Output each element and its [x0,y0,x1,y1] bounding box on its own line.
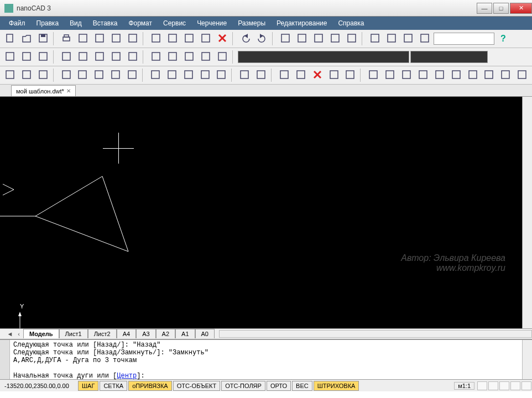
layout-tab-Модель[interactable]: Модель [23,329,59,338]
open-button[interactable] [19,31,34,46]
vertical-scrollbar[interactable] [522,97,532,328]
region-button[interactable] [213,67,229,83]
check-button[interactable] [198,49,213,65]
layout-tab-А2[interactable]: А2 [156,329,175,338]
command-scrollbar[interactable] [522,340,532,379]
div4-button[interactable] [514,67,530,83]
paste-button[interactable] [181,31,197,46]
leader-button[interactable] [125,49,140,65]
text-button[interactable] [293,67,309,83]
zoom-extents-button[interactable] [327,31,343,46]
pan-button[interactable] [278,31,293,46]
undo-button[interactable] [238,31,253,46]
zoom-window-button[interactable] [311,31,326,46]
copy-button[interactable] [165,31,180,46]
angle-dim-button[interactable] [59,49,74,65]
ray-button[interactable] [35,67,51,83]
scale-display[interactable]: м1:1 [454,382,474,390]
document-tab[interactable]: мой шаблон.dwt* ✕ [11,85,76,96]
hatch-button[interactable] [197,67,213,83]
layout-tab-А0[interactable]: А0 [195,329,215,338]
del-red-button[interactable] [310,67,325,83]
rectangle-fill-button[interactable] [108,67,123,83]
trim-button[interactable] [326,67,342,83]
close-tab-icon[interactable]: ✕ [66,88,71,94]
command-option-link[interactable]: Центр [117,372,137,379]
layout-tab-А1[interactable]: А1 [175,329,195,338]
polygon-button[interactable] [75,67,90,83]
menu-справка[interactable]: Справка [333,18,368,28]
layout-nav-first[interactable]: ◄ [6,331,14,337]
toggle-отс-поляр[interactable]: ОТС-ПОЛЯР [221,381,265,391]
toggle-опривязка[interactable]: оПРИВЯЗКА [128,381,172,391]
command-grip[interactable] [0,340,10,379]
linetype-input[interactable] [410,51,488,63]
publish-button[interactable] [108,31,124,46]
status-button-3[interactable] [499,381,509,390]
command-text[interactable]: Следующая точка или [Назад/]: "Назад" Сл… [10,340,522,379]
text-style-input[interactable] [434,33,494,45]
dimension-button[interactable] [400,31,416,46]
ellipse-button[interactable] [181,67,196,83]
menu-черчение[interactable]: Черчение [192,18,231,28]
help-button[interactable]: ? [496,31,511,46]
extend-button[interactable] [343,67,358,83]
normal-del-button[interactable] [165,49,180,65]
layout-tab-Лист1[interactable]: Лист1 [59,329,88,338]
mirror-button[interactable] [448,67,464,83]
line-button[interactable] [2,67,18,83]
match-props-button[interactable] [198,31,213,46]
normal-add-button[interactable] [148,49,164,65]
div2-button[interactable] [481,67,497,83]
preview-button[interactable] [75,31,91,46]
status-button-5[interactable] [521,381,531,390]
drawing-canvas[interactable]: Y X Автор: Эльвира Киреева www.kompkroy.… [0,97,522,328]
toggle-шаг[interactable]: ШАГ [78,381,98,391]
menu-редактирование[interactable]: Редактирование [272,18,331,28]
batch-print-button[interactable] [125,31,140,46]
status-button-1[interactable] [477,381,487,390]
save-button[interactable] [35,31,51,46]
radial-dim-button[interactable] [75,49,91,65]
toggle-штриховка[interactable]: ШТРИХОВКА [314,381,359,391]
zoom-button[interactable] [294,31,310,46]
redo-button[interactable] [254,31,270,46]
arc-button[interactable] [164,67,180,83]
toggle-вес[interactable]: ВЕС [292,381,312,391]
toggle-сетка[interactable]: СЕТКА [100,381,127,391]
table-button[interactable] [181,49,197,65]
layer-button[interactable] [2,49,18,65]
delete-button[interactable] [215,31,230,46]
zoom-out-button[interactable] [344,31,359,46]
rectangle-button[interactable] [91,67,107,83]
image-button[interactable] [237,67,252,83]
table-button[interactable] [277,67,292,83]
maximize-button[interactable]: □ [493,3,509,14]
menu-сервис[interactable]: Сервис [159,18,190,28]
div3-button[interactable] [498,67,513,83]
aligned-dim-button[interactable] [35,49,51,65]
polyline-button[interactable] [19,67,34,83]
divide-button[interactable] [465,67,481,83]
horizontal-scrollbar[interactable] [219,330,532,338]
menu-вставка[interactable]: Вставка [88,18,122,28]
menu-формат[interactable]: Формат [124,18,157,28]
menu-правка[interactable]: Правка [32,18,64,28]
measure-tool-button[interactable] [384,31,399,46]
scale-button[interactable] [432,67,447,83]
layer-input[interactable] [238,51,409,63]
print-button[interactable] [59,31,74,46]
layout-tab-А3[interactable]: А3 [136,329,155,338]
status-button-4[interactable] [510,381,520,390]
xline-button[interactable] [92,49,107,65]
toggle-отс-объект[interactable]: ОТС-ОБЪЕКТ [173,381,220,391]
new-button[interactable] [2,31,18,46]
cut-button[interactable] [148,31,164,46]
circle-button[interactable] [124,67,140,83]
status-button-2[interactable] [488,381,498,390]
stretch-button[interactable] [366,67,381,83]
text-height-button[interactable] [417,31,432,46]
image2-button[interactable] [253,67,269,83]
lin-dim-button[interactable] [19,49,34,65]
layout-tab-А4[interactable]: А4 [117,329,136,338]
